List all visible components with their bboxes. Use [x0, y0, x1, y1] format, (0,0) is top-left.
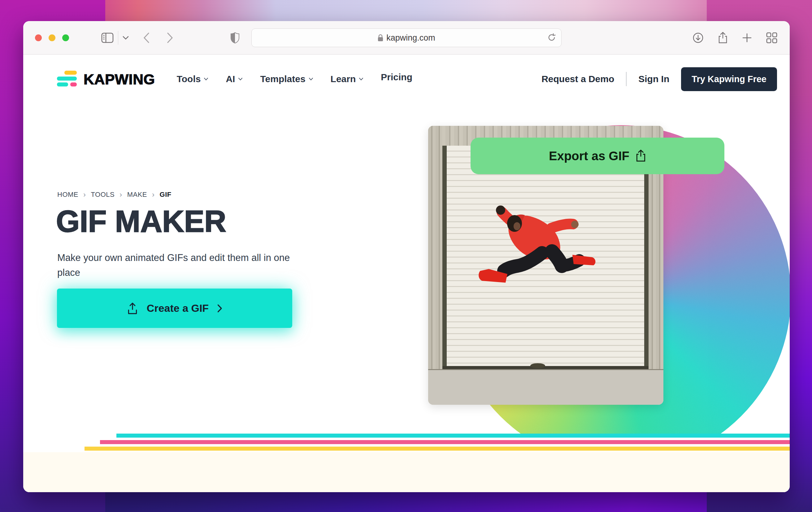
safari-window: kapwing.com [23, 21, 790, 492]
export-button-label: Export as GIF [549, 149, 629, 163]
breadcrumb-current: GIF [160, 191, 172, 199]
kapwing-logo-text: KAPWING [84, 71, 155, 88]
export-share-icon [636, 150, 646, 162]
decorative-stripe-yellow [85, 447, 790, 451]
kapwing-logo[interactable]: KAPWING [57, 71, 155, 88]
share-icon[interactable] [718, 32, 728, 44]
back-icon[interactable] [143, 32, 149, 43]
sidebar-controls [101, 21, 129, 54]
address-bar[interactable]: kapwing.com [251, 28, 561, 47]
breadcrumb: HOME › TOOLS › MAKE › GIF [57, 190, 172, 199]
browser-toolbar: kapwing.com [23, 21, 790, 55]
breadcrumb-tools[interactable]: TOOLS [91, 191, 115, 199]
nav-label: AI [226, 74, 235, 84]
header-actions: Request a Demo Sign In Try Kapwing Free [542, 67, 777, 91]
url-text: kapwing.com [386, 33, 435, 43]
export-as-gif-button[interactable]: Export as GIF [470, 138, 724, 174]
footer-band [23, 452, 790, 492]
site-header: KAPWING Tools AI Templates Learn [57, 62, 777, 96]
nav-item-templates[interactable]: Templates [260, 74, 313, 84]
main-nav: Tools AI Templates Learn Pricing [177, 74, 412, 84]
nav-item-ai[interactable]: AI [226, 74, 243, 84]
kapwing-logo-icon [57, 71, 77, 87]
nav-label: Tools [177, 74, 201, 84]
breadcrumb-separator: › [152, 190, 155, 199]
breadcrumb-home[interactable]: HOME [57, 191, 78, 199]
reload-icon[interactable] [548, 29, 556, 46]
chevron-down-icon [238, 78, 243, 81]
nav-item-tools[interactable]: Tools [177, 74, 209, 84]
toolbar-divider [118, 31, 118, 45]
chevron-right-icon [217, 304, 222, 313]
nav-item-learn[interactable]: Learn [330, 74, 364, 84]
nav-label: Templates [260, 74, 305, 84]
tab-overview-icon[interactable] [766, 32, 777, 44]
forward-icon[interactable] [167, 32, 173, 43]
downloads-icon[interactable] [693, 32, 704, 44]
nav-item-pricing[interactable]: Pricing [381, 72, 412, 82]
new-tab-icon[interactable] [742, 33, 752, 43]
chevron-down-icon [359, 78, 364, 81]
chevron-down-icon [204, 78, 208, 81]
page-title: GIF MAKER [56, 204, 226, 239]
sidebar-toggle-icon[interactable] [101, 32, 114, 43]
nav-label: Pricing [381, 72, 412, 82]
header-divider [626, 72, 627, 86]
chevron-down-icon [309, 78, 313, 81]
nav-label: Learn [330, 74, 356, 84]
page-subtitle: Make your own animated GIFs and edit the… [57, 250, 314, 280]
close-button[interactable] [35, 34, 42, 41]
hero-section: Export as GIF [23, 55, 790, 434]
zoom-button[interactable] [62, 34, 69, 41]
traffic-lights [35, 21, 69, 54]
sign-in-link[interactable]: Sign In [638, 74, 669, 84]
create-gif-button[interactable]: Create a GIF [57, 289, 292, 328]
request-demo-link[interactable]: Request a Demo [542, 74, 614, 84]
breadcrumb-separator: › [119, 190, 122, 199]
history-controls [143, 21, 173, 54]
breadcrumb-separator: › [83, 190, 86, 199]
decorative-stripe-pink [100, 440, 790, 444]
toolbar-right-icons [693, 21, 777, 54]
upload-icon [127, 302, 138, 315]
minimize-button[interactable] [49, 34, 55, 41]
privacy-shield-icon[interactable] [231, 21, 239, 54]
breadcrumb-make[interactable]: MAKE [127, 191, 147, 199]
lock-icon [378, 34, 383, 42]
try-kapwing-free-button[interactable]: Try Kapwing Free [681, 67, 777, 91]
chevron-down-icon[interactable] [123, 36, 129, 40]
decorative-stripe-teal [116, 434, 790, 438]
create-gif-label: Create a GIF [147, 302, 209, 314]
page-content: Export as GIF KAPWING Tools AI [23, 55, 790, 492]
